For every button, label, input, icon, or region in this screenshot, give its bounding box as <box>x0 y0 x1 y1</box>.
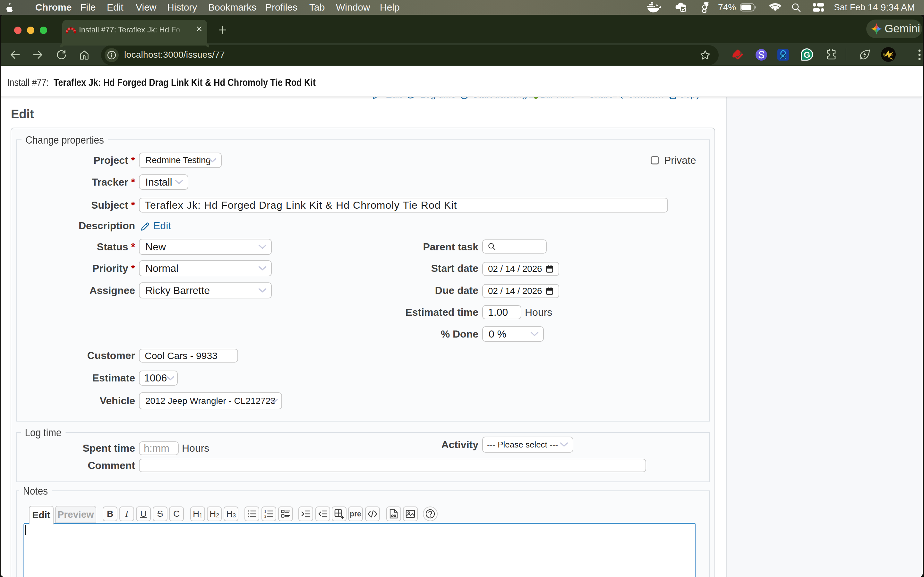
svg-text:1: 1 <box>264 510 266 513</box>
svg-text:Barrette: Barrette <box>883 53 893 56</box>
svg-text:2: 2 <box>264 514 266 518</box>
